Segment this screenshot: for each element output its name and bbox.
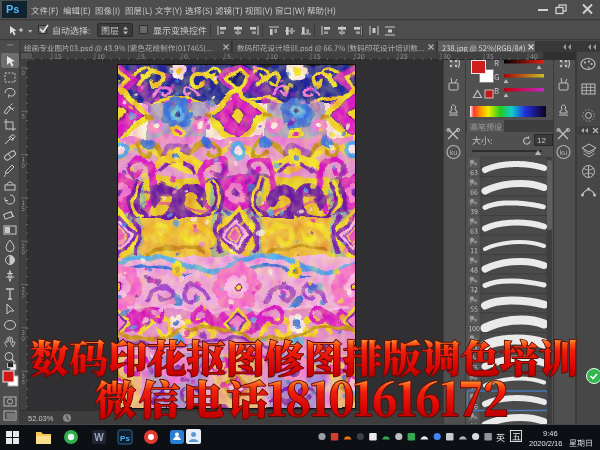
svg-text:W: W — [94, 432, 104, 443]
svg-text:Ps: Ps — [120, 434, 130, 443]
